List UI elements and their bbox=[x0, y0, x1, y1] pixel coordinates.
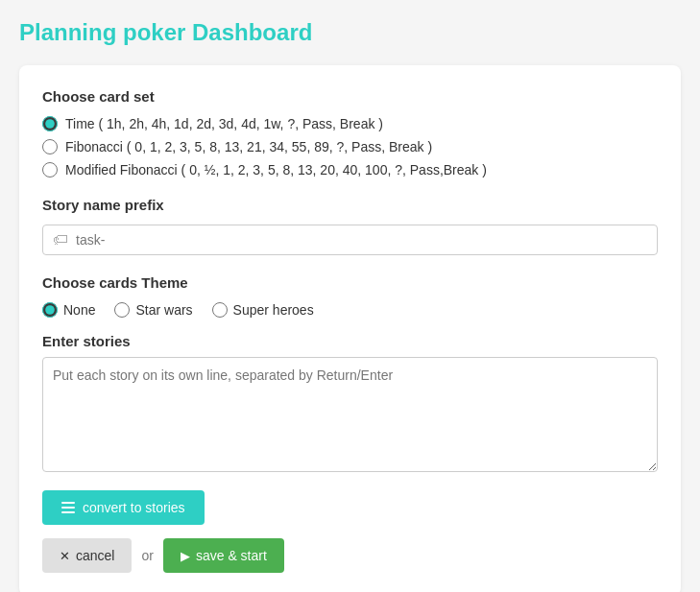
theme-option-starwars[interactable]: Star wars bbox=[114, 302, 192, 318]
bottom-row: ✕ cancel or ▶ save & start bbox=[42, 538, 658, 573]
cancel-button-label: cancel bbox=[76, 548, 114, 563]
card-set-label-modified-fibonacci: Modified Fibonacci ( 0, ½, 1, 2, 3, 5, 8… bbox=[65, 162, 487, 178]
theme-option-superheroes[interactable]: Super heroes bbox=[212, 302, 314, 318]
theme-radio-none[interactable] bbox=[42, 302, 58, 318]
save-icon: ▶ bbox=[181, 549, 190, 563]
card-set-radio-group: Time ( 1h, 2h, 4h, 1d, 2d, 3d, 4d, 1w, ?… bbox=[42, 116, 658, 178]
card-set-label-fibonacci: Fibonacci ( 0, 1, 2, 3, 5, 8, 13, 21, 34… bbox=[65, 139, 432, 154]
card-set-option-fibonacci[interactable]: Fibonacci ( 0, 1, 2, 3, 5, 8, 13, 21, 34… bbox=[42, 139, 658, 154]
theme-radio-superheroes[interactable] bbox=[212, 302, 228, 318]
theme-label: Choose cards Theme bbox=[42, 274, 658, 291]
main-card: Choose card set Time ( 1h, 2h, 4h, 1d, 2… bbox=[19, 65, 681, 592]
theme-option-none[interactable]: None bbox=[42, 302, 95, 318]
card-set-label: Choose card set bbox=[42, 88, 658, 105]
save-start-button[interactable]: ▶ save & start bbox=[163, 538, 284, 573]
tag-icon: 🏷 bbox=[53, 231, 68, 249]
save-start-button-label: save & start bbox=[196, 548, 267, 563]
story-prefix-wrapper: 🏷 bbox=[42, 225, 658, 255]
theme-label-superheroes: Super heroes bbox=[233, 302, 314, 318]
story-prefix-label: Story name prefix bbox=[42, 197, 658, 213]
card-set-label-time: Time ( 1h, 2h, 4h, 1d, 2d, 3d, 4d, 1w, ?… bbox=[65, 116, 383, 131]
or-text: or bbox=[141, 548, 153, 563]
convert-button-label: convert to stories bbox=[83, 500, 185, 515]
theme-label-none: None bbox=[63, 302, 95, 318]
card-set-radio-modified-fibonacci[interactable] bbox=[42, 162, 58, 178]
stories-label: Enter stories bbox=[42, 333, 658, 349]
story-prefix-group: Story name prefix 🏷 bbox=[42, 197, 658, 255]
card-set-option-time[interactable]: Time ( 1h, 2h, 4h, 1d, 2d, 3d, 4d, 1w, ?… bbox=[42, 116, 658, 131]
theme-radio-starwars[interactable] bbox=[114, 302, 130, 318]
cancel-icon: ✕ bbox=[60, 549, 70, 563]
theme-label-starwars: Star wars bbox=[135, 302, 192, 318]
stories-textarea[interactable] bbox=[42, 357, 658, 472]
card-set-radio-time[interactable] bbox=[42, 116, 58, 131]
convert-icon bbox=[61, 502, 75, 513]
story-prefix-input[interactable] bbox=[76, 232, 647, 248]
convert-button[interactable]: convert to stories bbox=[42, 490, 205, 525]
page-title: Planning poker Dashboard bbox=[19, 19, 681, 46]
cancel-button[interactable]: ✕ cancel bbox=[42, 538, 132, 573]
theme-radio-group: None Star wars Super heroes bbox=[42, 302, 658, 318]
card-set-radio-fibonacci[interactable] bbox=[42, 139, 58, 154]
card-set-option-modified-fibonacci[interactable]: Modified Fibonacci ( 0, ½, 1, 2, 3, 5, 8… bbox=[42, 162, 658, 178]
